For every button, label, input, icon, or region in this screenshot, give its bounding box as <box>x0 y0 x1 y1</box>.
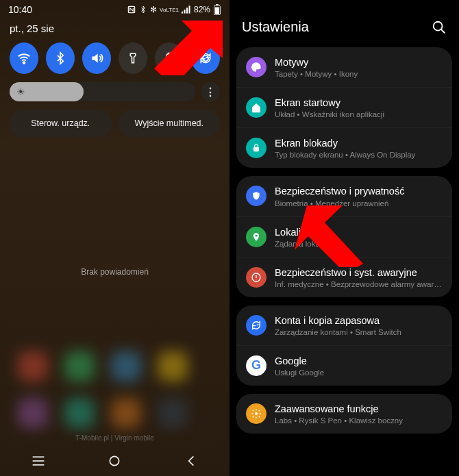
item-subtitle: Żądania lokalizacji <box>275 240 443 248</box>
quick-toggles-row <box>0 42 230 82</box>
item-text: Bezpieczeństwo i prywatność Biometria • … <box>275 185 443 207</box>
recents-icon <box>32 455 45 466</box>
back-button[interactable] <box>177 454 205 468</box>
no-notifications-label: Brak powiadomień <box>0 267 230 277</box>
sound-toggle[interactable] <box>82 42 111 74</box>
item-title: Lokalizacja <box>275 226 443 238</box>
media-output-button[interactable]: Wyjście multimed. <box>119 110 221 137</box>
settings-item-google[interactable]: G Google Usługi Google <box>236 345 452 386</box>
sos-icon <box>246 267 266 288</box>
shortcut-row: Sterow. urządz. Wyjście multimed. <box>0 110 230 137</box>
item-title: Bezpieczeństwo i prywatność <box>275 185 443 197</box>
brightness-slider[interactable]: ☀ <box>10 82 195 101</box>
item-subtitle: Inf. medyczne • Bezprzewodowe alarmy awa… <box>275 280 443 288</box>
settings-item-themes[interactable]: Motywy Tapety • Motywy • Ikony <box>236 47 452 87</box>
brightness-more-button[interactable]: ⋮ <box>201 82 220 101</box>
battery-icon <box>213 4 221 15</box>
navigation-bar <box>0 446 230 476</box>
settings-item-accounts-backup[interactable]: Konta i kopia zapasowa Zarządzanie konta… <box>236 305 452 345</box>
lock-icon <box>246 138 266 158</box>
svg-line-16 <box>441 29 445 33</box>
item-subtitle: Labs • Rysik S Pen • Klawisz boczny <box>275 416 443 425</box>
item-text: Bezpieczeństwo i syst. awaryjne Inf. med… <box>275 266 443 288</box>
rotate-toggle[interactable] <box>191 42 220 74</box>
flashlight-icon <box>127 52 139 64</box>
svg-rect-1 <box>182 12 183 14</box>
home-nav-icon <box>108 454 121 468</box>
recent-apps-button[interactable] <box>25 455 52 466</box>
settings-group-display: Motywy Tapety • Motywy • Ikony Ekran sta… <box>236 47 452 168</box>
item-subtitle: Usługi Google <box>275 368 443 377</box>
item-text: Ekran blokady Typ blokady ekranu • Alway… <box>275 137 443 159</box>
bluetooth-toggle[interactable] <box>46 42 75 74</box>
item-text: Lokalizacja Żądania lokalizacji <box>275 226 443 248</box>
settings-item-advanced-features[interactable]: Zaawansowane funkcje Labs • Rysik S Pen … <box>236 394 452 434</box>
item-subtitle: Tapety • Motywy • Ikony <box>275 70 443 78</box>
item-subtitle: Biometria • Menedżer uprawnień <box>275 199 443 208</box>
settings-group-accounts: Konta i kopia zapasowa Zarządzanie konta… <box>236 305 452 386</box>
svg-point-15 <box>434 21 443 30</box>
svg-rect-3 <box>186 8 188 13</box>
svg-rect-2 <box>184 10 185 14</box>
power-saving-toggle[interactable] <box>155 42 184 74</box>
settings-item-lock-screen[interactable]: Ekran blokady Typ blokady ekranu • Alway… <box>236 127 452 168</box>
bluetooth-status-icon <box>139 5 147 14</box>
battery-percent: 82% <box>194 5 210 14</box>
item-text: Zaawansowane funkcje Labs • Rysik S Pen … <box>275 403 443 425</box>
wifi-toggle[interactable] <box>10 42 38 74</box>
date-row: pt., 25 sie <box>0 16 230 42</box>
google-icon: G <box>246 355 266 376</box>
item-title: Konta i kopia zapasowa <box>275 314 443 327</box>
svg-rect-4 <box>188 5 190 13</box>
home-screen-icon <box>246 97 266 118</box>
bluetooth-icon <box>53 51 67 65</box>
settings-item-location[interactable]: Lokalizacja Żądania lokalizacji <box>236 216 452 257</box>
blurred-background <box>0 351 230 428</box>
location-icon <box>246 227 266 247</box>
shield-icon <box>246 186 266 206</box>
status-icons: ✻ VoLTE1 82% <box>127 4 221 15</box>
wifi-icon <box>16 51 32 66</box>
item-text: Motywy Tapety • Motywy • Ikony <box>275 56 443 78</box>
status-bar: 10:40 ✻ VoLTE1 82% <box>0 0 230 16</box>
item-subtitle: Układ • Wskaźniki ikon aplikacji <box>275 110 443 118</box>
signal-icon <box>182 5 191 14</box>
settings-group-advanced: Zaawansowane funkcje Labs • Rysik S Pen … <box>236 394 452 434</box>
settings-title: Ustawienia <box>242 19 309 35</box>
item-subtitle: Zarządzanie kontami • Smart Switch <box>275 328 443 336</box>
settings-gear-button[interactable] <box>205 21 220 36</box>
item-title: Bezpieczeństwo i syst. awaryjne <box>275 266 443 279</box>
settings-group-security: Bezpieczeństwo i prywatność Biometria • … <box>236 176 452 297</box>
settings-screen: Ustawienia Motywy Tapety • Motywy • Ikon… <box>230 0 459 476</box>
settings-item-home-screen[interactable]: Ekran startowy Układ • Wskaźniki ikon ap… <box>236 87 452 127</box>
settings-header: Ustawienia <box>230 0 459 47</box>
svg-point-8 <box>23 62 25 64</box>
sun-icon: ☀ <box>16 86 25 97</box>
advanced-icon <box>246 403 266 424</box>
svg-point-13 <box>110 456 119 465</box>
item-title: Zaawansowane funkcje <box>275 403 443 415</box>
rotate-icon <box>199 51 212 65</box>
settings-item-security-privacy[interactable]: Bezpieczeństwo i prywatność Biometria • … <box>236 176 452 216</box>
sync-icon <box>246 315 266 336</box>
item-text: Ekran startowy Układ • Wskaźniki ikon ap… <box>275 97 443 118</box>
sound-icon <box>90 51 103 65</box>
brightness-row: ☀ ⋮ <box>0 82 230 110</box>
item-subtitle: Typ blokady ekranu • Always On Display <box>275 151 443 159</box>
themes-icon <box>246 57 266 77</box>
item-text: Google Usługi Google <box>275 355 443 377</box>
settings-status-icon: ✻ <box>150 5 157 14</box>
home-button[interactable] <box>101 454 128 468</box>
leaf-icon <box>163 52 175 64</box>
carrier-label: T-Mobile.pl | Virgin mobile <box>0 434 230 442</box>
svg-rect-9 <box>166 54 172 62</box>
item-title: Motywy <box>275 56 443 68</box>
item-title: Google <box>275 355 443 367</box>
item-title: Ekran blokady <box>275 137 443 149</box>
settings-search-button[interactable] <box>432 20 447 35</box>
date-label: pt., 25 sie <box>10 23 54 34</box>
search-icon <box>432 20 447 35</box>
settings-item-emergency[interactable]: Bezpieczeństwo i syst. awaryjne Inf. med… <box>236 257 452 297</box>
flashlight-toggle[interactable] <box>119 42 147 74</box>
device-control-button[interactable]: Sterow. urządz. <box>10 110 112 137</box>
